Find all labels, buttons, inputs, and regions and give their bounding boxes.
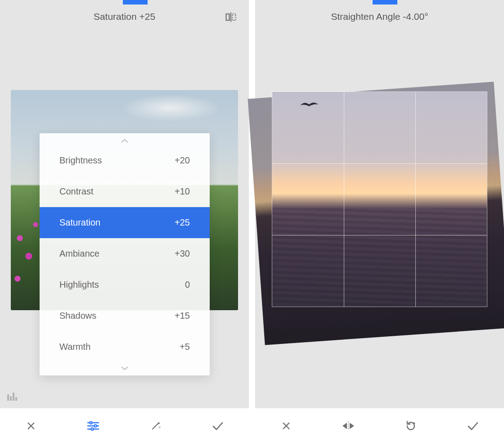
adjust-sliders-icon [87, 420, 99, 431]
photo-detail-clouds [121, 95, 220, 122]
compare-button[interactable] [221, 7, 241, 27]
adjustment-panel[interactable]: Brightness+20Contrast+10Saturation+25Amb… [40, 133, 210, 375]
svg-marker-18 [342, 423, 347, 429]
edit-screen-tune: Saturation +25 Brightness+20Contrast+10S… [0, 0, 249, 443]
adjust-value: +5 [180, 342, 190, 352]
close-button[interactable] [275, 415, 297, 437]
header: Saturation +25 [0, 0, 249, 33]
close-button[interactable] [20, 415, 42, 437]
svg-rect-5 [13, 393, 14, 401]
adjust-value: 0 [185, 280, 190, 290]
adjust-row-warmth[interactable]: Warmth+5 [40, 331, 210, 362]
photo-detail-waves [272, 208, 487, 307]
grid-line-v2 [415, 92, 416, 307]
adjust-row-brightness[interactable]: Brightness+20 [40, 145, 210, 176]
rotation-wrapper [261, 72, 498, 356]
svg-rect-2 [233, 14, 236, 20]
flip-horizontal-icon [342, 420, 355, 431]
adjust-value: +25 [175, 217, 190, 228]
svg-line-15 [153, 424, 158, 429]
svg-point-10 [90, 421, 92, 424]
grid-line-v1 [344, 92, 344, 307]
image-canvas[interactable] [261, 72, 498, 356]
svg-marker-20 [350, 423, 354, 429]
adjust-row-shadows[interactable]: Shadows+15 [40, 300, 210, 331]
svg-rect-0 [226, 14, 230, 20]
adjust-label: Contrast [59, 186, 94, 197]
close-icon [26, 420, 36, 431]
histogram-icon [7, 392, 18, 401]
adjust-row-ambiance[interactable]: Ambiance+30 [40, 238, 210, 269]
photo-detail-bird [299, 100, 319, 109]
svg-point-14 [91, 428, 94, 430]
adjust-value: +20 [175, 155, 190, 166]
adjustment-list: Brightness+20Contrast+10Saturation+25Amb… [40, 145, 210, 362]
check-icon [467, 420, 479, 431]
adjust-row-contrast[interactable]: Contrast+10 [40, 176, 210, 207]
chevron-up-icon[interactable] [40, 133, 210, 145]
adjust-label: Warmth [59, 342, 90, 352]
check-icon [212, 420, 224, 431]
adjust-label: Shadows [59, 311, 96, 321]
rotate-button[interactable] [400, 415, 422, 437]
magic-wand-icon [150, 420, 162, 432]
crop-frame[interactable] [272, 92, 487, 307]
svg-rect-6 [15, 397, 17, 401]
adjust-label: Saturation [59, 217, 100, 228]
svg-point-12 [94, 425, 97, 427]
auto-enhance-button[interactable] [145, 415, 166, 437]
photo-preview [272, 92, 487, 307]
grid-line-h1 [272, 163, 487, 164]
bottom-toolbar [255, 408, 504, 443]
chevron-down-icon[interactable] [40, 362, 210, 374]
confirm-button[interactable] [462, 415, 484, 437]
adjust-value: +30 [175, 249, 190, 259]
close-icon [281, 420, 292, 431]
confirm-button[interactable] [207, 415, 229, 437]
adjust-row-saturation[interactable]: Saturation+25 [40, 207, 210, 238]
edit-screen-straighten: Straighten Angle -4.00° [255, 0, 504, 443]
adjust-label: Brightness [59, 155, 102, 166]
bottom-toolbar [0, 408, 249, 443]
adjust-value: +15 [175, 311, 190, 321]
adjust-sliders-button[interactable] [82, 415, 104, 437]
rotate-ccw-icon [405, 420, 417, 432]
compare-icon [225, 11, 237, 23]
histogram-button[interactable] [7, 392, 18, 401]
adjust-label: Highlights [59, 280, 99, 290]
header: Straighten Angle -4.00° [255, 0, 504, 33]
header-title: Straighten Angle -4.00° [331, 11, 428, 22]
adjust-label: Ambiance [59, 249, 99, 259]
svg-rect-4 [10, 396, 12, 401]
adjust-row-highlights[interactable]: Highlights0 [40, 269, 210, 300]
svg-rect-3 [7, 394, 9, 401]
adjust-value: +10 [175, 186, 190, 197]
grid-line-h2 [272, 235, 487, 235]
flip-horizontal-button[interactable] [338, 415, 359, 437]
header-title: Saturation +25 [94, 11, 155, 22]
